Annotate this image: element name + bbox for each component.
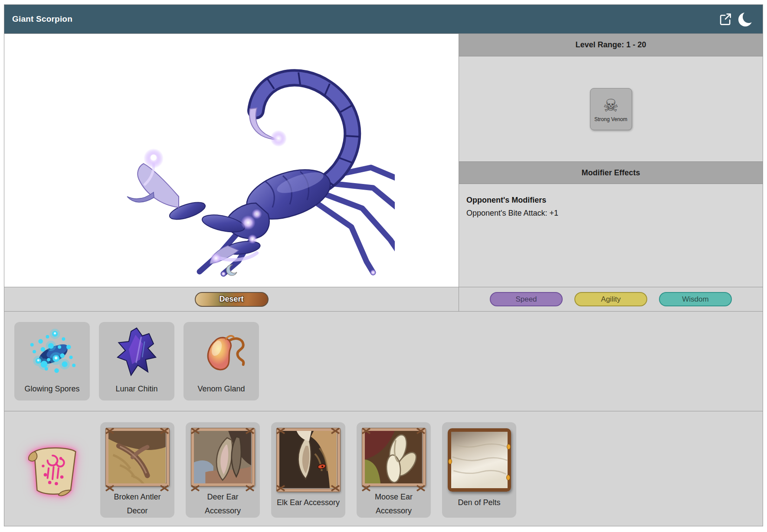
stat-label-wisdom: Wisdom bbox=[682, 295, 708, 304]
loot-card-broken-antler-decor[interactable]: Broken Antler Decor bbox=[100, 422, 174, 518]
loot-card-elk-ear-accessory[interactable]: Elk Ear Accessory bbox=[271, 422, 345, 518]
stat-buttons-strip: Speed Agility Wisdom bbox=[459, 287, 763, 311]
modifiers-list: Opponent's Modifiers Opponent's Bite Att… bbox=[459, 184, 763, 287]
creature-image-panel bbox=[4, 34, 459, 287]
glowing-spores-image bbox=[22, 322, 82, 384]
encounter-page: Giant Scorpion bbox=[4, 4, 763, 526]
drop-card-glowing-spores[interactable]: Glowing Spores bbox=[14, 322, 90, 401]
opponents-modifiers-heading: Opponent's Modifiers bbox=[466, 194, 758, 207]
biome-label: Desert bbox=[219, 295, 243, 304]
drop-card-lunar-chitin[interactable]: Lunar Chitin bbox=[99, 322, 174, 401]
lunar-chitin-image bbox=[108, 322, 165, 384]
encounter-info-panel: Level Range: 1 - 20 ☠ Strong Venom Modif… bbox=[459, 34, 763, 287]
loot-label: Den of Pelts bbox=[458, 496, 500, 509]
open-in-new-window-icon[interactable] bbox=[718, 12, 732, 26]
venom-gland-image bbox=[193, 322, 250, 384]
stat-button-agility[interactable]: Agility bbox=[574, 292, 647, 306]
header-icons bbox=[718, 10, 755, 28]
loot-label: Deer Ear Accessory bbox=[196, 490, 250, 518]
biome-pill-desert[interactable]: Desert bbox=[195, 292, 269, 307]
drop-label: Venom Gland bbox=[197, 384, 245, 394]
modifier-effects-bar: Modifier Effects bbox=[459, 161, 763, 184]
biome-stat-strip: Desert Speed Agility Wisdom bbox=[4, 287, 763, 312]
level-range-bar: Level Range: 1 - 20 bbox=[459, 34, 763, 56]
skill-tile-strong-venom[interactable]: ☠ Strong Venom bbox=[590, 88, 632, 130]
header-bar: Giant Scorpion bbox=[4, 5, 763, 34]
drop-card-venom-gland[interactable]: Venom Gland bbox=[184, 322, 259, 401]
drop-label: Lunar Chitin bbox=[115, 384, 157, 394]
drop-label: Glowing Spores bbox=[24, 384, 79, 394]
modifier-effects-title: Modifier Effects bbox=[581, 168, 640, 177]
page-title: Giant Scorpion bbox=[12, 14, 72, 24]
stat-label-agility: Agility bbox=[601, 295, 620, 304]
loot-label: Broken Antler Decor bbox=[110, 490, 165, 518]
dark-mode-moon-icon[interactable] bbox=[738, 10, 755, 28]
elk-ear-accessory-image bbox=[277, 428, 340, 492]
loot-label: Elk Ear Accessory bbox=[277, 496, 340, 509]
den-of-pelts-image bbox=[448, 428, 511, 492]
craftable-loot-row: Broken Antler Decor bbox=[4, 411, 763, 525]
loot-card-deer-ear-accessory[interactable]: Deer Ear Accessory bbox=[186, 422, 260, 518]
skull-and-crossbones-icon: ☠ bbox=[603, 96, 619, 115]
moose-ear-accessory-image bbox=[362, 428, 426, 486]
broken-antler-decor-image bbox=[106, 428, 169, 486]
skill-label: Strong Venom bbox=[594, 116, 627, 122]
loot-card-moose-ear-accessory[interactable]: Moose Ear Accessory bbox=[357, 422, 431, 518]
stat-button-speed[interactable]: Speed bbox=[490, 292, 563, 306]
biome-strip: Desert bbox=[4, 287, 459, 311]
modifier-line: Opponent's Bite Attack: +1 bbox=[466, 207, 758, 220]
loot-label: Moose Ear Accessory bbox=[367, 490, 421, 518]
loot-card-den-of-pelts[interactable]: Den of Pelts bbox=[442, 422, 516, 518]
level-range-text: Level Range: 1 - 20 bbox=[575, 40, 646, 49]
drops-row: Glowing Spores bbox=[4, 312, 763, 411]
deer-ear-accessory-image bbox=[191, 428, 255, 486]
crescent-moon-night-icon bbox=[226, 264, 237, 278]
skills-area: ☠ Strong Venom bbox=[459, 56, 763, 161]
giant-scorpion-image bbox=[113, 53, 395, 277]
main-area: Level Range: 1 - 20 ☠ Strong Venom Modif… bbox=[4, 34, 763, 287]
stat-label-speed: Speed bbox=[515, 295, 537, 304]
stat-button-wisdom[interactable]: Wisdom bbox=[659, 292, 732, 306]
recipe-scroll-icon[interactable] bbox=[22, 442, 83, 501]
